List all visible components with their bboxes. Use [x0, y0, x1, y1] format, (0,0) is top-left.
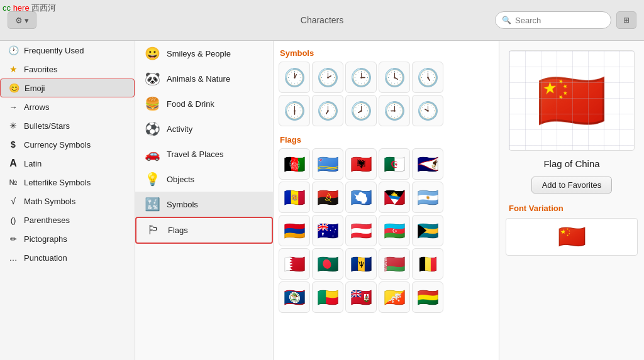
add-to-favorites-button[interactable]: Add to Favorites — [531, 177, 613, 194]
flags-header: Flags — [279, 133, 494, 148]
category-label: Symbols — [167, 200, 198, 209]
flags-grid: 🇦🇫 🇦🇼 🇦🇱 🇩🇿 🇦🇸 🇦🇩 🇦🇴 🇦🇶 🇦🇬 🇦🇷 🇦🇲 🇦🇺 🇦🇹 🇦… — [279, 148, 494, 313]
sidebar-label: Frequently Used — [24, 46, 84, 55]
sidebar-item-pictographs[interactable]: ✏ Pictographs — [0, 229, 135, 248]
toolbar-right: 🔍 ⊞ — [495, 11, 636, 29]
flag-cell-bt[interactable]: 🇧🇹 — [379, 281, 410, 313]
flag-cell-al[interactable]: 🇦🇱 — [345, 148, 377, 180]
category-activity[interactable]: ⚽ Activity — [135, 116, 273, 141]
category-label: Objects — [167, 175, 194, 184]
category-food[interactable]: 🍔 Food & Drink — [135, 91, 273, 116]
travel-icon: 🚗 — [144, 146, 160, 161]
search-input[interactable] — [515, 16, 604, 25]
sidebar-item-letterlike[interactable]: № Letterlike Symbols — [0, 173, 135, 192]
main-container: 🕐 Frequently Used ★ Favorites 😊 Emoji → … — [0, 41, 644, 360]
sidebar-item-emoji[interactable]: 😊 Emoji — [0, 79, 135, 97]
punctuation-icon: … — [8, 253, 19, 263]
char-cell[interactable]: 🕓 — [379, 62, 410, 93]
sidebar-label: Punctuation — [24, 253, 67, 263]
chevron-icon: ▾ — [25, 16, 29, 25]
sidebar-item-punctuation[interactable]: … Punctuation — [0, 248, 135, 267]
char-cell[interactable]: 🕒 — [345, 62, 377, 93]
char-cell[interactable]: 🕘 — [379, 95, 410, 126]
flags-icon: 🏳 — [145, 223, 162, 237]
parentheses-icon: () — [8, 215, 19, 225]
flag-cell-ag[interactable]: 🇦🇬 — [379, 182, 410, 213]
flag-cell-ad[interactable]: 🇦🇩 — [279, 182, 310, 213]
char-cell[interactable]: 🕑 — [312, 62, 343, 93]
sidebar-label: Emoji — [25, 84, 45, 93]
currency-icon: $ — [8, 139, 19, 150]
symbols-grid: 🕐 🕑 🕒 🕓 🕔 🕕 🕖 🕗 🕘 🕙 — [279, 62, 494, 126]
sidebar-label: Math Symbols — [24, 197, 75, 206]
flag-cell-be[interactable]: 🇧🇪 — [412, 248, 443, 280]
category-smileys[interactable]: 😀 Smileys & People — [135, 41, 273, 66]
sidebar-label: Favorites — [24, 65, 57, 74]
grid-view-button[interactable]: ⊞ — [616, 11, 636, 29]
sidebar-label: Bullets/Stars — [24, 121, 70, 131]
sidebar-item-math[interactable]: √ Math Symbols — [0, 192, 135, 210]
star-icon: ★ — [8, 64, 19, 74]
category-label: Activity — [167, 124, 192, 134]
sidebar-label: Currency Symbols — [24, 140, 91, 150]
flag-cell-bb[interactable]: 🇧🇧 — [345, 248, 377, 280]
font-variation-flag: 🇨🇳 — [558, 224, 586, 250]
category-label: Animals & Nature — [167, 74, 230, 84]
category-symbols[interactable]: 🔣 Symbols — [135, 192, 273, 217]
search-icon: 🔍 — [502, 16, 511, 25]
flag-cell-ao[interactable]: 🇦🇴 — [312, 182, 343, 213]
flag-cell-dz[interactable]: 🇩🇿 — [379, 148, 410, 180]
smileys-icon: 😀 — [144, 46, 160, 61]
category-objects[interactable]: 💡 Objects — [135, 166, 273, 192]
flag-cell-bh[interactable]: 🇧🇭 — [279, 248, 310, 280]
char-cell[interactable]: 🕔 — [412, 62, 443, 93]
flag-cell-by[interactable]: 🇧🇾 — [379, 248, 410, 280]
bullets-icon: ✳ — [8, 121, 19, 131]
flag-cell-as[interactable]: 🇦🇸 — [412, 148, 443, 180]
sidebar-item-latin[interactable]: A Latin — [0, 154, 135, 173]
gear-button[interactable]: ⚙ ▾ — [8, 11, 36, 29]
category-label: Smileys & People — [167, 49, 231, 58]
font-variation-box: 🇨🇳 — [506, 218, 638, 256]
gear-icon: ⚙ — [15, 16, 23, 25]
category-travel[interactable]: 🚗 Travel & Places — [135, 141, 273, 166]
char-cell[interactable]: 🕕 — [279, 95, 310, 126]
flag-cell-bz[interactable]: 🇧🇿 — [279, 281, 310, 313]
flag-cell-bs[interactable]: 🇧🇸 — [412, 215, 443, 246]
sidebar-item-bullets-stars[interactable]: ✳ Bullets/Stars — [0, 116, 135, 135]
sidebar-label: Letterlike Symbols — [24, 178, 91, 187]
flag-cell-az[interactable]: 🇦🇿 — [379, 215, 410, 246]
symbols-icon: 🔣 — [144, 197, 160, 212]
flag-cell-ar[interactable]: 🇦🇷 — [412, 182, 443, 213]
flag-cell-am[interactable]: 🇦🇲 — [279, 215, 310, 246]
char-cell[interactable]: 🕙 — [412, 95, 443, 126]
category-animals[interactable]: 🐼 Animals & Nature — [135, 66, 273, 91]
flag-cell-aq[interactable]: 🇦🇶 — [345, 182, 377, 213]
flag-cell-bm[interactable]: 🇧🇲 — [345, 281, 377, 313]
sidebar-item-currency[interactable]: $ Currency Symbols — [0, 135, 135, 154]
character-name: Flag of China — [543, 158, 599, 169]
mid-panel: 😀 Smileys & People 🐼 Animals & Nature 🍔 … — [135, 41, 274, 360]
char-cell[interactable]: 🕗 — [345, 95, 377, 126]
flag-cell-au[interactable]: 🇦🇺 — [312, 215, 343, 246]
sidebar-item-favorites[interactable]: ★ Favorites — [0, 60, 135, 79]
sidebar-item-parentheses[interactable]: () Parentheses — [0, 210, 135, 229]
sidebar-item-arrows[interactable]: → Arrows — [0, 97, 135, 116]
flag-cell-aw[interactable]: 🇦🇼 — [312, 148, 343, 180]
char-cell[interactable]: 🕖 — [312, 95, 343, 126]
flag-cell-bo[interactable]: 🇧🇴 — [412, 281, 443, 313]
category-flags[interactable]: 🏳 Flags — [135, 217, 273, 244]
flag-cell-af[interactable]: 🇦🇫 — [279, 148, 310, 180]
pictographs-icon: ✏ — [8, 234, 19, 244]
emoji-icon: 😊 — [8, 83, 19, 93]
flag-cell-at[interactable]: 🇦🇹 — [345, 215, 377, 246]
search-box[interactable]: 🔍 — [495, 11, 611, 29]
char-cell[interactable]: 🕐 — [279, 62, 310, 93]
sidebar-item-frequently-used[interactable]: 🕐 Frequently Used — [0, 41, 135, 60]
flag-cell-bd[interactable]: 🇧🇩 — [312, 248, 343, 280]
font-variation-header: Font Variation — [506, 204, 564, 213]
math-icon: √ — [8, 196, 19, 206]
flag-cell-bj[interactable]: 🇧🇯 — [312, 281, 343, 313]
flag-display: 🇨🇳 — [509, 50, 635, 151]
animals-icon: 🐼 — [144, 71, 160, 86]
